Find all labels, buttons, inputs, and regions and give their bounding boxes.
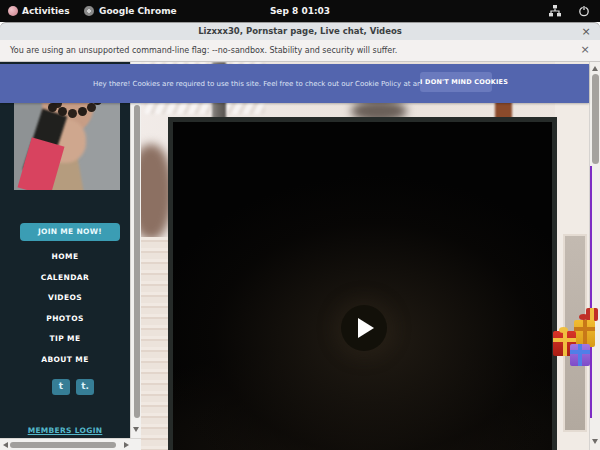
background-lace (141, 237, 169, 450)
sidebar-scrollbar-thumb[interactable] (134, 105, 140, 418)
scroll-right-arrow[interactable] (124, 442, 129, 448)
sidebar-horizontal-scrollbar[interactable] (0, 438, 141, 450)
power-icon[interactable] (578, 5, 590, 17)
chrome-infobar: You are using an unsupported command-lin… (0, 40, 600, 62)
scroll-left-arrow[interactable] (3, 442, 8, 448)
infobar-message: You are using an unsupported command-lin… (10, 46, 397, 55)
window-close-icon[interactable]: × (579, 25, 593, 39)
window-title: Lizxxx30, Pornstar page, Live chat, Vide… (0, 26, 600, 36)
clock[interactable]: Sep 8 01:03 (0, 6, 600, 16)
cookie-accept-button[interactable]: I DON'T MIND COOKIES (420, 72, 492, 92)
sidebar-menu: HOME CALENDAR VIDEOS PHOTOS TIP ME ABOUT… (0, 247, 130, 370)
horizontal-scrollbar-thumb[interactable] (10, 442, 116, 448)
tip-widget-line (590, 166, 592, 418)
tumblr-icon[interactable]: t. (76, 379, 94, 395)
sidebar-item-about-me[interactable]: ABOUT ME (0, 350, 130, 371)
sidebar-item-tip-me[interactable]: TIP ME (0, 329, 130, 350)
gift-bow-icon (559, 327, 568, 333)
photo-necklace (48, 103, 57, 112)
video-frame (173, 122, 552, 450)
sidebar-item-videos[interactable]: VIDEOS (0, 288, 130, 309)
gnome-top-bar: Activities Google Chrome Sep 8 01:03 (0, 0, 600, 22)
video-player[interactable] (168, 117, 557, 450)
page-scrollbar-thumb[interactable] (592, 74, 599, 164)
sidebar: JOIN ME NOW! HOME CALENDAR VIDEOS PHOTOS… (0, 62, 130, 438)
twitter-icon[interactable]: t (52, 379, 70, 395)
scroll-down-arrow[interactable] (133, 427, 139, 432)
cookie-message: Hey there! Cookies are required to use t… (93, 80, 413, 88)
gift-purple-icon (570, 344, 590, 366)
join-me-now-button[interactable]: JOIN ME NOW! (20, 223, 120, 241)
gift-bow-icon (579, 314, 588, 320)
scroll-down-arrow[interactable] (592, 439, 598, 444)
page-content (141, 62, 589, 450)
infobar-close-icon[interactable]: × (578, 43, 592, 57)
scroll-up-arrow[interactable] (592, 66, 598, 71)
screen: Activities Google Chrome Sep 8 01:03 Liz… (0, 0, 600, 450)
network-icon[interactable] (548, 4, 562, 18)
cookie-banner: Hey there! Cookies are required to use t… (0, 64, 589, 103)
sidebar-item-home[interactable]: HOME (0, 247, 130, 268)
gift-yellow-icon (574, 320, 595, 347)
sidebar-item-calendar[interactable]: CALENDAR (0, 268, 130, 289)
play-icon (358, 318, 374, 338)
members-login-link[interactable]: MEMBERS LOGIN (0, 426, 130, 435)
window-title-bar[interactable]: Lizxxx30, Pornstar page, Live chat, Vide… (0, 22, 600, 40)
sidebar-vertical-scrollbar[interactable] (130, 62, 141, 438)
sidebar-item-photos[interactable]: PHOTOS (0, 309, 130, 330)
play-button[interactable] (341, 305, 387, 351)
